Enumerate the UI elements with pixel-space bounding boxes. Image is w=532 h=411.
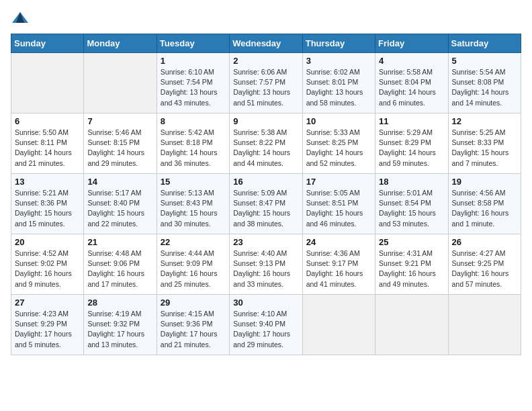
calendar-table: SundayMondayTuesdayWednesdayThursdayFrid… <box>11 34 521 355</box>
day-info: Sunrise: 4:52 AMSunset: 9:02 PMDaylight:… <box>15 248 80 289</box>
day-info: Sunrise: 5:17 AMSunset: 8:40 PMDaylight:… <box>87 188 152 229</box>
day-number: 26 <box>452 237 517 247</box>
day-header-monday: Monday <box>84 34 157 53</box>
calendar-cell: 7Sunrise: 5:46 AMSunset: 8:15 PMDaylight… <box>84 113 157 174</box>
day-number: 17 <box>306 177 371 187</box>
day-info: Sunrise: 5:01 AMSunset: 8:54 PMDaylight:… <box>379 188 444 229</box>
day-number: 3 <box>306 56 371 66</box>
day-info: Sunrise: 4:27 AMSunset: 9:25 PMDaylight:… <box>452 248 517 289</box>
calendar-cell: 11Sunrise: 5:29 AMSunset: 8:29 PMDayligh… <box>375 113 448 174</box>
day-number: 30 <box>233 298 298 308</box>
calendar-week-1: 1Sunrise: 6:10 AMSunset: 7:54 PMDaylight… <box>11 53 521 113</box>
day-info: Sunrise: 4:31 AMSunset: 9:21 PMDaylight:… <box>379 248 444 289</box>
day-header-sunday: Sunday <box>11 34 84 53</box>
day-info: Sunrise: 4:15 AMSunset: 9:36 PMDaylight:… <box>161 309 226 350</box>
day-info: Sunrise: 6:10 AMSunset: 7:54 PMDaylight:… <box>161 67 226 108</box>
day-number: 7 <box>87 116 152 126</box>
day-header-thursday: Thursday <box>302 34 375 53</box>
day-number: 5 <box>452 56 517 66</box>
calendar-cell: 12Sunrise: 5:25 AMSunset: 8:33 PMDayligh… <box>448 113 521 174</box>
calendar-cell: 25Sunrise: 4:31 AMSunset: 9:21 PMDayligh… <box>375 234 448 295</box>
day-number: 24 <box>306 237 371 247</box>
day-number: 14 <box>87 177 152 187</box>
day-header-saturday: Saturday <box>448 34 521 53</box>
calendar-cell: 27Sunrise: 4:23 AMSunset: 9:29 PMDayligh… <box>11 295 84 355</box>
day-info: Sunrise: 5:42 AMSunset: 8:18 PMDaylight:… <box>161 128 226 169</box>
calendar-header: SundayMondayTuesdayWednesdayThursdayFrid… <box>11 34 521 53</box>
day-info: Sunrise: 4:36 AMSunset: 9:17 PMDaylight:… <box>306 248 371 289</box>
calendar-cell: 20Sunrise: 4:52 AMSunset: 9:02 PMDayligh… <box>11 234 84 295</box>
calendar-cell: 10Sunrise: 5:33 AMSunset: 8:25 PMDayligh… <box>302 113 375 174</box>
calendar-cell: 26Sunrise: 4:27 AMSunset: 9:25 PMDayligh… <box>448 234 521 295</box>
day-info: Sunrise: 6:02 AMSunset: 8:01 PMDaylight:… <box>306 67 371 108</box>
day-number: 13 <box>15 177 80 187</box>
calendar-body: 1Sunrise: 6:10 AMSunset: 7:54 PMDaylight… <box>11 53 521 355</box>
day-number: 23 <box>233 237 298 247</box>
calendar-cell: 30Sunrise: 4:10 AMSunset: 9:40 PMDayligh… <box>230 295 302 355</box>
day-number: 1 <box>161 56 226 66</box>
calendar-cell <box>375 295 448 355</box>
day-number: 22 <box>161 237 226 247</box>
day-number: 20 <box>15 237 80 247</box>
day-number: 27 <box>15 298 80 308</box>
calendar-week-5: 27Sunrise: 4:23 AMSunset: 9:29 PMDayligh… <box>11 295 521 355</box>
calendar-cell: 14Sunrise: 5:17 AMSunset: 8:40 PMDayligh… <box>84 174 157 234</box>
calendar-cell: 1Sunrise: 6:10 AMSunset: 7:54 PMDaylight… <box>157 53 229 113</box>
day-number: 21 <box>87 237 152 247</box>
page-header <box>11 11 521 26</box>
calendar-cell: 3Sunrise: 6:02 AMSunset: 8:01 PMDaylight… <box>302 53 375 113</box>
calendar-cell: 24Sunrise: 4:36 AMSunset: 9:17 PMDayligh… <box>302 234 375 295</box>
day-number: 16 <box>233 177 298 187</box>
calendar-cell: 22Sunrise: 4:44 AMSunset: 9:09 PMDayligh… <box>157 234 229 295</box>
day-header-tuesday: Tuesday <box>157 34 229 53</box>
day-info: Sunrise: 4:10 AMSunset: 9:40 PMDaylight:… <box>233 309 298 350</box>
day-number: 28 <box>87 298 152 308</box>
day-info: Sunrise: 5:05 AMSunset: 8:51 PMDaylight:… <box>306 188 371 229</box>
day-info: Sunrise: 5:38 AMSunset: 8:22 PMDaylight:… <box>233 128 298 169</box>
day-number: 8 <box>161 116 226 126</box>
day-number: 10 <box>306 116 371 126</box>
day-info: Sunrise: 4:40 AMSunset: 9:13 PMDaylight:… <box>233 248 298 289</box>
day-info: Sunrise: 4:19 AMSunset: 9:32 PMDaylight:… <box>87 309 152 350</box>
calendar-week-3: 13Sunrise: 5:21 AMSunset: 8:36 PMDayligh… <box>11 174 521 234</box>
day-info: Sunrise: 4:56 AMSunset: 8:58 PMDaylight:… <box>452 188 517 229</box>
day-number: 6 <box>15 116 80 126</box>
days-of-week-row: SundayMondayTuesdayWednesdayThursdayFrid… <box>11 34 521 53</box>
calendar-week-2: 6Sunrise: 5:50 AMSunset: 8:11 PMDaylight… <box>11 113 521 174</box>
day-info: Sunrise: 5:46 AMSunset: 8:15 PMDaylight:… <box>87 128 152 169</box>
logo-icon <box>11 11 30 26</box>
day-header-wednesday: Wednesday <box>230 34 302 53</box>
calendar-cell: 17Sunrise: 5:05 AMSunset: 8:51 PMDayligh… <box>302 174 375 234</box>
day-info: Sunrise: 6:06 AMSunset: 7:57 PMDaylight:… <box>233 67 298 108</box>
calendar-cell <box>11 53 84 113</box>
day-number: 25 <box>379 237 444 247</box>
calendar-cell: 23Sunrise: 4:40 AMSunset: 9:13 PMDayligh… <box>230 234 302 295</box>
calendar-week-4: 20Sunrise: 4:52 AMSunset: 9:02 PMDayligh… <box>11 234 521 295</box>
day-info: Sunrise: 5:13 AMSunset: 8:43 PMDaylight:… <box>161 188 226 229</box>
day-number: 19 <box>452 177 517 187</box>
calendar-cell: 13Sunrise: 5:21 AMSunset: 8:36 PMDayligh… <box>11 174 84 234</box>
calendar-cell: 4Sunrise: 5:58 AMSunset: 8:04 PMDaylight… <box>375 53 448 113</box>
calendar-cell: 2Sunrise: 6:06 AMSunset: 7:57 PMDaylight… <box>230 53 302 113</box>
day-info: Sunrise: 4:44 AMSunset: 9:09 PMDaylight:… <box>161 248 226 289</box>
calendar-cell: 29Sunrise: 4:15 AMSunset: 9:36 PMDayligh… <box>157 295 229 355</box>
day-info: Sunrise: 5:09 AMSunset: 8:47 PMDaylight:… <box>233 188 298 229</box>
day-number: 12 <box>452 116 517 126</box>
calendar-cell: 16Sunrise: 5:09 AMSunset: 8:47 PMDayligh… <box>230 174 302 234</box>
day-info: Sunrise: 5:58 AMSunset: 8:04 PMDaylight:… <box>379 67 444 108</box>
day-info: Sunrise: 5:50 AMSunset: 8:11 PMDaylight:… <box>15 128 80 169</box>
day-info: Sunrise: 4:23 AMSunset: 9:29 PMDaylight:… <box>15 309 80 350</box>
calendar-cell: 15Sunrise: 5:13 AMSunset: 8:43 PMDayligh… <box>157 174 229 234</box>
calendar-cell <box>84 53 157 113</box>
calendar-cell <box>448 295 521 355</box>
calendar-cell: 21Sunrise: 4:48 AMSunset: 9:06 PMDayligh… <box>84 234 157 295</box>
day-header-friday: Friday <box>375 34 448 53</box>
day-info: Sunrise: 5:21 AMSunset: 8:36 PMDaylight:… <box>15 188 80 229</box>
calendar-cell: 6Sunrise: 5:50 AMSunset: 8:11 PMDaylight… <box>11 113 84 174</box>
calendar-cell: 18Sunrise: 5:01 AMSunset: 8:54 PMDayligh… <box>375 174 448 234</box>
calendar-cell: 28Sunrise: 4:19 AMSunset: 9:32 PMDayligh… <box>84 295 157 355</box>
calendar-cell: 5Sunrise: 5:54 AMSunset: 8:08 PMDaylight… <box>448 53 521 113</box>
day-number: 4 <box>379 56 444 66</box>
day-number: 9 <box>233 116 298 126</box>
day-number: 2 <box>233 56 298 66</box>
